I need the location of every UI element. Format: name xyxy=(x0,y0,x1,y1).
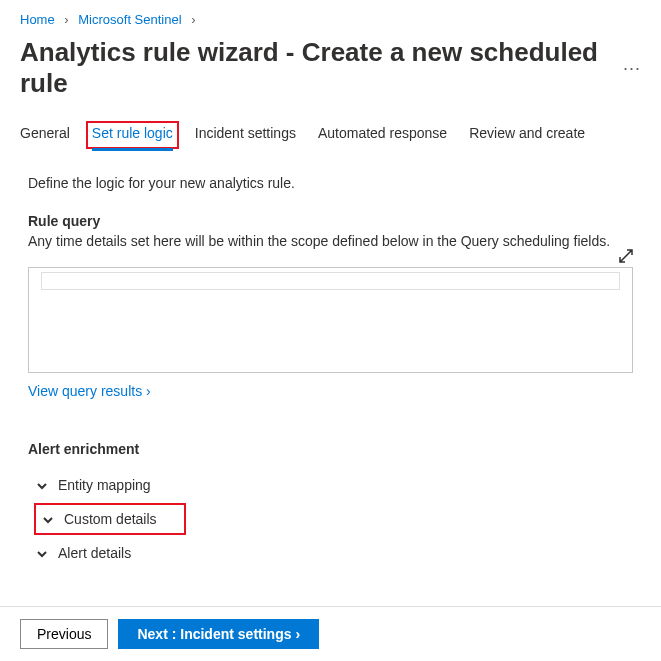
breadcrumb-sentinel[interactable]: Microsoft Sentinel xyxy=(78,12,181,27)
chevron-down-icon xyxy=(36,479,48,491)
breadcrumb: Home › Microsoft Sentinel › xyxy=(20,12,641,27)
accordion-entity-mapping[interactable]: Entity mapping xyxy=(36,471,633,499)
more-actions-button[interactable]: ··· xyxy=(623,58,641,79)
breadcrumb-home[interactable]: Home xyxy=(20,12,55,27)
page-title: Analytics rule wizard - Create a new sch… xyxy=(20,37,609,99)
query-editor-line[interactable] xyxy=(41,272,620,290)
wizard-footer: Previous Next : Incident settings › xyxy=(0,606,661,661)
breadcrumb-sep: › xyxy=(64,12,68,27)
alert-enrichment-heading: Alert enrichment xyxy=(28,441,633,457)
rule-query-heading: Rule query xyxy=(28,213,633,229)
intro-text: Define the logic for your new analytics … xyxy=(28,175,633,191)
wizard-tabs: General Set rule logic Incident settings… xyxy=(0,119,661,151)
tab-review-create[interactable]: Review and create xyxy=(469,119,585,151)
tab-general[interactable]: General xyxy=(20,119,70,151)
expand-icon[interactable] xyxy=(619,249,633,263)
accordion-alert-details[interactable]: Alert details xyxy=(36,539,633,567)
tab-automated-response[interactable]: Automated response xyxy=(318,119,447,151)
accordion-label: Custom details xyxy=(64,511,157,527)
highlight-set-rule-logic: Set rule logic xyxy=(86,121,179,149)
breadcrumb-sep: › xyxy=(191,12,195,27)
next-button[interactable]: Next : Incident settings › xyxy=(118,619,319,649)
tab-set-rule-logic[interactable]: Set rule logic xyxy=(92,119,173,151)
query-editor[interactable] xyxy=(28,267,633,373)
accordion-custom-details[interactable]: Custom details xyxy=(34,503,186,535)
rule-query-subtext: Any time details set here will be within… xyxy=(28,233,633,249)
accordion-label: Entity mapping xyxy=(58,477,151,493)
chevron-down-icon xyxy=(36,547,48,559)
chevron-down-icon xyxy=(42,513,54,525)
view-query-results-link[interactable]: View query results › xyxy=(28,383,151,399)
previous-button[interactable]: Previous xyxy=(20,619,108,649)
accordion-label: Alert details xyxy=(58,545,131,561)
tab-incident-settings[interactable]: Incident settings xyxy=(195,119,296,151)
